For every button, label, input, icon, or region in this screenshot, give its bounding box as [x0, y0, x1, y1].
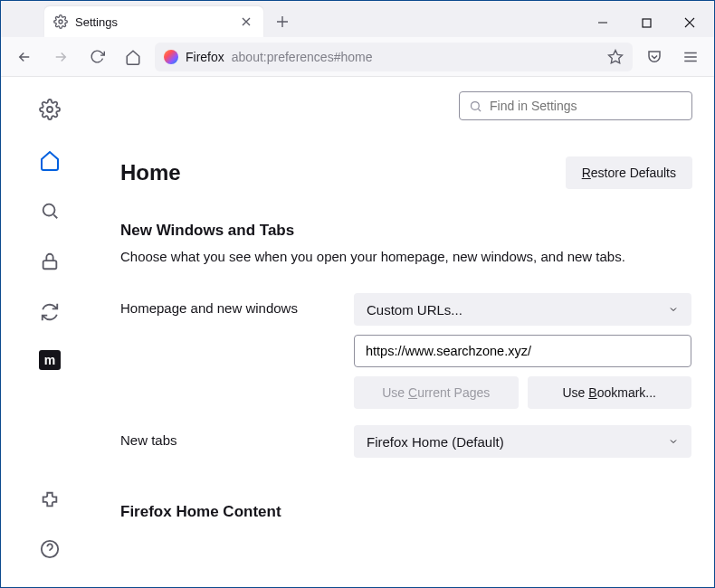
settings-search-input[interactable] — [490, 99, 682, 113]
url-bar[interactable]: Firefox about:preferences#home — [155, 43, 633, 71]
use-bookmark-button[interactable]: Use Bookmark... — [528, 376, 692, 409]
homepage-label: Homepage and new windows — [120, 293, 354, 316]
firefox-logo-icon — [164, 50, 178, 64]
restore-defaults-button[interactable]: Restore Defaults — [566, 156, 692, 189]
sidebar-item-general[interactable] — [37, 97, 62, 122]
gear-icon — [53, 14, 68, 29]
chevron-down-icon — [668, 304, 679, 315]
newtabs-select-value: Firefox Home (Default) — [367, 434, 504, 450]
app-menu-button[interactable] — [676, 43, 705, 71]
home-button[interactable] — [119, 43, 148, 71]
browser-tab[interactable]: Settings — [44, 6, 263, 37]
main-panel: Home Restore Defaults New Windows and Ta… — [99, 77, 714, 587]
sidebar-item-more[interactable]: m — [39, 350, 61, 370]
section-windows-tabs-desc: Choose what you see when you open your h… — [120, 249, 692, 264]
homepage-select[interactable]: Custom URLs... — [354, 293, 691, 326]
maximize-button[interactable] — [625, 8, 667, 37]
search-icon — [469, 100, 482, 113]
homepage-url-input[interactable] — [354, 335, 691, 367]
use-current-pages-button[interactable]: Use Current Pages — [354, 376, 519, 409]
back-button[interactable] — [10, 43, 39, 71]
pocket-button[interactable] — [640, 43, 669, 71]
chevron-down-icon — [668, 436, 679, 447]
new-tab-button[interactable] — [269, 8, 296, 35]
newtabs-select[interactable]: Firefox Home (Default) — [354, 425, 691, 458]
sidebar: m — [1, 77, 99, 587]
svg-point-4 — [43, 204, 55, 216]
page-title: Home — [120, 160, 181, 185]
svg-point-0 — [59, 20, 62, 24]
close-tab-button[interactable] — [238, 14, 254, 30]
homepage-select-value: Custom URLs... — [367, 302, 462, 318]
reload-button[interactable] — [82, 43, 111, 71]
minimize-button[interactable] — [582, 8, 624, 37]
svg-marker-2 — [609, 50, 623, 62]
svg-rect-1 — [643, 19, 651, 27]
url-label: Firefox — [186, 50, 224, 64]
close-window-button[interactable] — [669, 8, 710, 37]
newtabs-label: New tabs — [120, 425, 354, 448]
sidebar-item-help[interactable] — [37, 536, 62, 562]
sidebar-item-home[interactable] — [37, 147, 62, 173]
forward-button[interactable] — [46, 43, 75, 71]
svg-rect-5 — [43, 261, 57, 269]
sidebar-item-search[interactable] — [37, 198, 62, 223]
sidebar-item-extensions[interactable] — [37, 488, 62, 513]
svg-point-3 — [47, 107, 52, 112]
sidebar-item-sync[interactable] — [37, 299, 62, 325]
url-path: about:preferences#home — [232, 50, 373, 64]
settings-search[interactable] — [459, 91, 692, 120]
section-home-content-title: Firefox Home Content — [120, 503, 692, 521]
tab-title: Settings — [75, 15, 231, 29]
section-windows-tabs-title: New Windows and Tabs — [120, 222, 692, 240]
bookmark-star-icon[interactable] — [607, 49, 624, 65]
svg-point-7 — [472, 101, 480, 109]
sidebar-item-privacy[interactable] — [37, 249, 62, 274]
